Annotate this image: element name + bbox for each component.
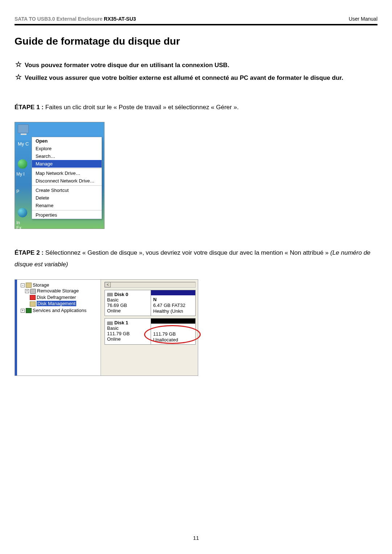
- menu-item-manage[interactable]: Manage: [32, 160, 102, 168]
- menu-item-create-shortcut[interactable]: Create Shortcut: [32, 186, 102, 194]
- page-number: 11: [0, 535, 392, 541]
- my-computer-icon[interactable]: [18, 124, 29, 135]
- disk-1-size: 111.79 GB: [107, 331, 130, 336]
- header-left: SATA TO USB3.0 External Enclosure RX35-A…: [15, 16, 136, 22]
- disk-0-type: Basic: [107, 297, 119, 303]
- partition-header-bar: [151, 319, 195, 324]
- expand-icon[interactable]: +: [25, 289, 29, 293]
- step-1-text: Faites un clic droit sur le « Poste de t…: [44, 104, 239, 111]
- disk-0-title: Disk 0: [114, 292, 128, 297]
- removable-storage-icon: [30, 289, 36, 294]
- tree-item-storage[interactable]: −Storage +Removable Storage Disk Defragm…: [21, 282, 99, 307]
- tree-item-disk-management[interactable]: Disk Management: [25, 300, 99, 307]
- horizontal-scrollbar[interactable]: <: [105, 282, 196, 288]
- menu-item-map-drive[interactable]: Map Network Drive…: [32, 169, 102, 177]
- disk-0-size: 76.69 GB: [107, 303, 127, 308]
- tree-item-services[interactable]: +Services and Applications: [21, 307, 99, 314]
- desktop-icon[interactable]: [18, 159, 29, 171]
- partition-label: N: [153, 297, 156, 302]
- step-1: ÉTAPE 1 : Faites un clic droit sur le « …: [15, 102, 377, 113]
- star-icon: ☆: [15, 60, 23, 68]
- my-computer-label: My C: [18, 141, 29, 147]
- disk-1-status: Online: [107, 336, 121, 342]
- disk-icon: [107, 293, 113, 296]
- screenshot-context-menu: My C My I P InEx Open Explore Search… Ma…: [15, 122, 105, 229]
- menu-item-rename[interactable]: Rename: [32, 202, 102, 209]
- disk-1-title: Disk 1: [114, 320, 128, 325]
- tree-item-disk-defragmenter[interactable]: Disk Defragmenter: [25, 294, 99, 301]
- collapse-icon[interactable]: −: [21, 283, 25, 287]
- screenshot-disk-management: −Storage +Removable Storage Disk Defragm…: [15, 279, 198, 376]
- disk-0-partition[interactable]: N 6.47 GB FAT32 Healthy (Unkn: [151, 290, 195, 316]
- desktop-icon-label: My I: [16, 172, 25, 177]
- partition-size: 6.47 GB FAT32: [153, 303, 185, 308]
- note-1-text: Vous pouvez formater votre disque dur en…: [25, 60, 229, 71]
- menu-item-explore[interactable]: Explore: [32, 145, 102, 152]
- desktop-icon[interactable]: [18, 208, 29, 219]
- storage-icon: [26, 283, 32, 288]
- menu-item-delete[interactable]: Delete: [32, 194, 102, 202]
- step-2-text-a: Sélectionnez « Gestion de disque », vous…: [44, 249, 330, 256]
- menu-item-properties[interactable]: Properties: [32, 211, 102, 219]
- disk-row-0: Disk 0 Basic 76.69 GB Online N 6.47 GB F…: [105, 290, 196, 316]
- menu-separator: [32, 185, 102, 186]
- header: SATA TO USB3.0 External Enclosure RX35-A…: [15, 16, 377, 22]
- menu-item-disconnect-drive[interactable]: Disconnect Network Drive…: [32, 177, 102, 185]
- note-2: ☆ Veuillez vous assurer que votre boîtie…: [15, 73, 377, 83]
- product-prefix: SATA TO USB3.0 External Enclosure: [15, 16, 104, 22]
- product-model: RX35-AT-SU3: [104, 16, 136, 22]
- desktop-icon-label: P: [16, 189, 19, 194]
- mmc-tree: −Storage +Removable Storage Disk Defragm…: [15, 280, 101, 376]
- step-2: ÉTAPE 2 : Sélectionnez « Gestion de disq…: [15, 247, 377, 271]
- step-1-label: ÉTAPE 1 :: [15, 104, 44, 111]
- disk-1-header[interactable]: Disk 1 Basic 111.79 GB Online: [105, 319, 151, 344]
- defragmenter-icon: [30, 295, 36, 300]
- desktop-icon-label: InEx: [16, 220, 21, 230]
- context-menu: Open Explore Search… Manage Map Network …: [32, 137, 102, 219]
- disk-management-icon: [30, 301, 36, 307]
- partition-header-bar: [151, 290, 195, 295]
- services-icon: [26, 308, 32, 313]
- star-icon: ☆: [15, 73, 23, 81]
- menu-item-open[interactable]: Open: [32, 137, 102, 145]
- disk-1-type: Basic: [107, 325, 119, 331]
- note-2-text: Veuillez vous assurer que votre boîtier …: [25, 73, 343, 83]
- disk-list-panel: < Disk 0 Basic 76.69 GB Online N 6.47 GB…: [101, 280, 198, 376]
- page-title: Guide de formatage du disque dur: [15, 36, 377, 47]
- header-rule: [15, 24, 377, 25]
- menu-separator: [32, 168, 102, 169]
- partition-status: Healthy (Unkn: [153, 308, 183, 314]
- expand-icon[interactable]: +: [21, 309, 25, 313]
- tree-selection-bar: [15, 280, 17, 376]
- partition-body: N 6.47 GB FAT32 Healthy (Unkn: [151, 295, 195, 316]
- disk-0-status: Online: [107, 308, 121, 313]
- header-right: User Manual: [349, 16, 377, 22]
- disk-0-header[interactable]: Disk 0 Basic 76.69 GB Online: [105, 290, 151, 316]
- menu-separator: [32, 210, 102, 210]
- step-2-label: ÉTAPE 2 :: [15, 249, 44, 256]
- scroll-left-icon[interactable]: <: [105, 282, 111, 287]
- tree-item-removable-storage[interactable]: +Removable Storage: [25, 288, 99, 294]
- disk-row-1: Disk 1 Basic 111.79 GB Online 111.79 GB …: [105, 318, 196, 345]
- note-1: ☆ Vous pouvez formater votre disque dur …: [15, 60, 377, 71]
- disk-icon: [107, 321, 113, 325]
- menu-item-search[interactable]: Search…: [32, 152, 102, 160]
